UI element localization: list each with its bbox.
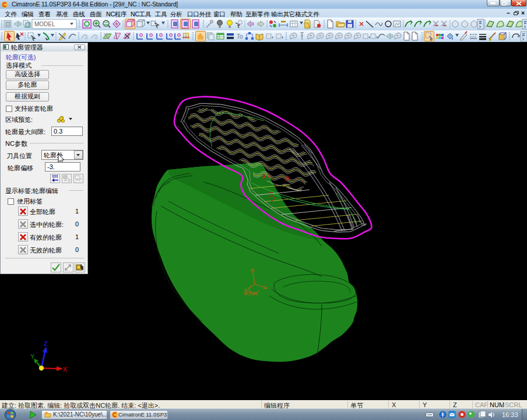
svg-text:MODEL: MODEL — [244, 292, 258, 296]
svg-text:Y: Y — [30, 353, 35, 360]
svg-text:MODEL: MODEL — [34, 21, 55, 27]
svg-text:To: To — [237, 33, 243, 40]
svg-text:X: X — [63, 366, 68, 373]
svg-text:Z: Z — [44, 340, 48, 347]
